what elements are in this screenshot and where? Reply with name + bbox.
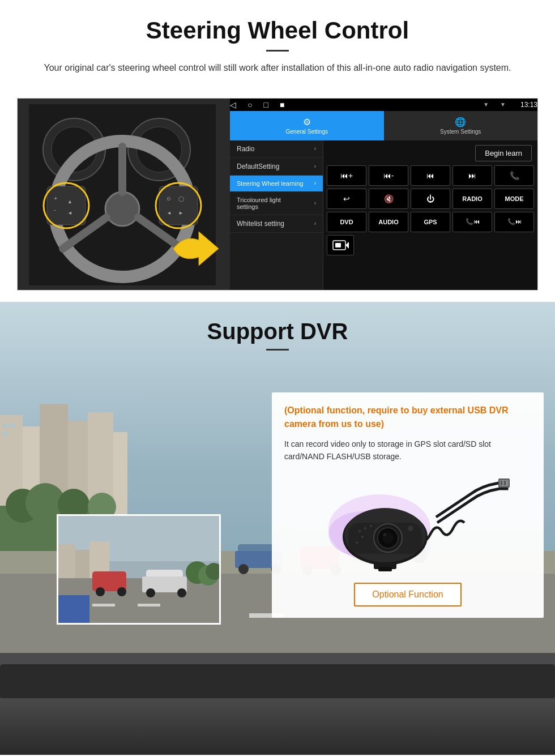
- svg-point-74: [146, 588, 155, 597]
- svg-rect-10: [47, 186, 86, 225]
- svg-point-98: [358, 530, 361, 532]
- tab-general-settings[interactable]: ⚙ General Settings: [230, 111, 384, 140]
- svg-text:◄: ◄: [166, 210, 172, 216]
- hangup-button[interactable]: ↩: [327, 189, 366, 209]
- svg-rect-33: [3, 424, 7, 427]
- prev-button[interactable]: ⏮: [411, 165, 450, 186]
- header-subtitle: Your original car's steering wheel contr…: [34, 61, 521, 75]
- page-title: Steering Wheel Control: [34, 17, 521, 44]
- svg-rect-80: [138, 604, 160, 606]
- svg-point-102: [356, 541, 358, 544]
- svg-text:◄: ◄: [67, 210, 72, 216]
- control-buttons-row-1: ⏮+ ⏮- ⏮ ⏭ 📞: [327, 165, 534, 186]
- nav-home-icon[interactable]: ○: [247, 100, 252, 109]
- svg-rect-105: [378, 567, 392, 571]
- svg-text:►: ►: [178, 210, 183, 216]
- phone-button[interactable]: 📞: [494, 165, 534, 186]
- radio-button[interactable]: RADIO: [452, 189, 492, 209]
- tab-system-settings[interactable]: 🌐 System Settings: [384, 111, 538, 140]
- chevron-icon: ›: [314, 163, 316, 169]
- svg-text:▲: ▲: [67, 199, 72, 204]
- svg-text:-: -: [54, 206, 56, 213]
- svg-text:◯: ◯: [178, 196, 184, 202]
- svg-point-97: [383, 533, 386, 536]
- optional-function-button[interactable]: Optional Function: [354, 583, 461, 606]
- menu-defaultsetting[interactable]: DefaultSetting ›: [230, 158, 323, 176]
- begin-learn-button[interactable]: Begin learn: [475, 145, 532, 161]
- status-wifi: ▼: [500, 101, 506, 108]
- dvd-button[interactable]: DVD: [327, 212, 366, 232]
- dashboard-interior: [0, 698, 555, 755]
- svg-point-6: [105, 192, 139, 226]
- mode-button[interactable]: MODE: [494, 189, 534, 209]
- svg-rect-15: [159, 186, 198, 225]
- title-divider: [266, 50, 289, 52]
- vol-up-button[interactable]: ⏮+: [327, 165, 366, 186]
- control-buttons-row-3: DVD AUDIO GPS 📞⏮ 📞⏭: [327, 212, 534, 232]
- svg-rect-81: [58, 595, 89, 625]
- svg-rect-64: [0, 664, 555, 698]
- info-card: (Optional function, require to buy exter…: [272, 392, 544, 618]
- menu-tricoloured-label: Tricoloured lightsettings: [237, 197, 281, 210]
- tab-general-label: General Settings: [286, 129, 328, 135]
- android-content: Radio › DefaultSetting › Steering Wheel …: [230, 140, 537, 291]
- phone-next-button[interactable]: 📞⏭: [494, 212, 534, 232]
- control-panel: Begin learn ⏮+ ⏮- ⏮ ⏭ 📞 ↩ 🔇 ⏻ RADIO MODE: [323, 140, 537, 291]
- nav-menu-icon[interactable]: ■: [280, 100, 284, 109]
- power-button[interactable]: ⏻: [411, 189, 450, 209]
- svg-text:+: +: [54, 195, 57, 202]
- next-button[interactable]: ⏭: [452, 165, 492, 186]
- car-interior-strip: [0, 698, 555, 755]
- svg-point-78: [117, 587, 126, 596]
- nav-recent-icon[interactable]: □: [263, 100, 268, 109]
- chevron-icon: ›: [314, 180, 316, 186]
- gps-button[interactable]: GPS: [411, 212, 450, 232]
- menu-whitelist-label: Whitelist setting: [237, 220, 284, 228]
- svg-rect-34: [10, 424, 15, 427]
- svg-rect-89: [501, 481, 502, 485]
- dvr-button[interactable]: [327, 235, 354, 255]
- svg-rect-35: [3, 432, 7, 435]
- android-nav: ◁ ○ □ ■ ▼ ▼ 13:13: [230, 99, 537, 111]
- desc-text: It can record video only to storage in G…: [284, 438, 531, 463]
- status-battery: ▼: [483, 101, 489, 108]
- dvr-thumbnail: [57, 514, 221, 625]
- mute-button[interactable]: 🔇: [369, 189, 408, 209]
- audio-button[interactable]: AUDIO: [369, 212, 408, 232]
- phone-prev-button[interactable]: 📞⏮: [452, 212, 492, 232]
- control-buttons-row-2: ↩ 🔇 ⏻ RADIO MODE: [327, 189, 534, 209]
- svg-rect-90: [504, 481, 506, 485]
- menu-radio-label: Radio: [237, 145, 254, 153]
- svg-point-101: [361, 536, 364, 538]
- steering-demo: + - ▲ ◄ ⊙ ◯ ◄ ► ◁ ○ □ ■ ▼ ▼: [17, 98, 538, 291]
- svg-text:⊙: ⊙: [166, 196, 171, 202]
- dvr-title-divider: [266, 349, 289, 351]
- begin-learn-row: Begin learn: [327, 144, 534, 163]
- chevron-icon: ›: [314, 200, 316, 206]
- menu-whitelist[interactable]: Whitelist setting ›: [230, 215, 323, 233]
- menu-steering-wheel[interactable]: Steering Wheel learning ›: [230, 176, 323, 192]
- chevron-icon: ›: [314, 220, 316, 227]
- dvr-section: Support DVR: [0, 302, 555, 755]
- nav-back-icon[interactable]: ◁: [230, 100, 236, 109]
- status-time: 13:13: [520, 101, 537, 109]
- globe-icon: 🌐: [455, 117, 466, 127]
- dvr-camera-image: [284, 472, 531, 574]
- menu-radio[interactable]: Radio ›: [230, 140, 323, 158]
- svg-point-77: [96, 587, 105, 596]
- optional-text: (Optional function, require to buy exter…: [284, 404, 531, 431]
- android-tabs: ⚙ General Settings 🌐 System Settings: [230, 111, 537, 140]
- svg-rect-24: [335, 243, 341, 247]
- dvr-title-area: Support DVR: [0, 302, 555, 356]
- tab-system-label: System Settings: [440, 129, 481, 135]
- dvr-background: Support DVR: [0, 302, 555, 698]
- menu-defaultsetting-label: DefaultSetting: [237, 163, 279, 170]
- menu-tricoloured[interactable]: Tricoloured lightsettings ›: [230, 192, 323, 215]
- header-section: Steering Wheel Control Your original car…: [0, 0, 555, 87]
- steering-image: + - ▲ ◄ ⊙ ◯ ◄ ►: [18, 99, 230, 291]
- svg-point-52: [238, 564, 249, 574]
- vol-down-button[interactable]: ⏮-: [369, 165, 408, 186]
- svg-point-103: [408, 526, 413, 531]
- android-panel: ◁ ○ □ ■ ▼ ▼ 13:13 ⚙ General Settings 🌐 S…: [230, 99, 537, 291]
- svg-marker-23: [345, 242, 349, 249]
